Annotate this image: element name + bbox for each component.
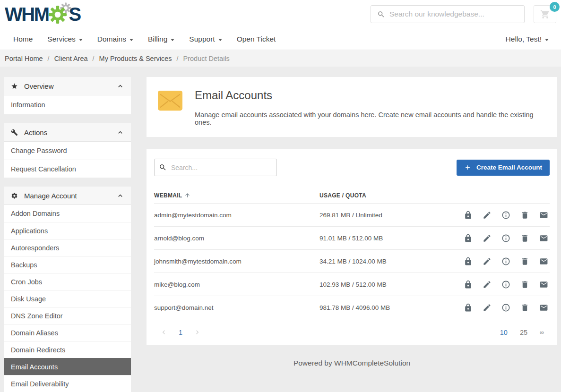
column-header-usage-quota[interactable]: USAGE / QUOTA [319,192,455,199]
panel-overview: Overview Information [4,77,131,114]
next-page-button[interactable] [193,328,201,336]
pencil-icon [483,257,492,266]
send-email-button[interactable] [539,234,548,243]
edit-button[interactable] [483,280,492,289]
sidebar-item-applications[interactable]: Applications [4,222,131,239]
wrench-icon [11,129,18,136]
sidebar-item-disk-usage[interactable]: Disk Usage [4,290,131,307]
sidebar-item-addon-domains[interactable]: Addon Domains [4,205,131,222]
delete-button[interactable] [520,257,529,266]
main-navigation: Home Services Domains Billing Support Op… [0,29,561,50]
breadcrumb-my-products[interactable]: My Products & Services [99,55,183,62]
panel-manage-account: Manage Account Addon Domains Application… [4,187,131,392]
nav-support[interactable]: Support [189,35,222,43]
webmail-cell: admin@mytestdomain.com [154,212,319,219]
envelope-icon [539,234,548,243]
page-size-10[interactable]: 10 [500,329,508,336]
gear-icon [49,6,67,24]
breadcrumb-client-area[interactable]: Client Area [54,55,99,62]
page-size-25[interactable]: 25 [520,329,527,336]
caret-down-icon [171,39,174,41]
delete-button[interactable] [520,280,529,289]
sidebar-item-dns-zone-editor[interactable]: DNS Zone Editor [4,307,131,324]
change-password-button[interactable] [464,211,473,220]
sidebar-item-request-cancellation[interactable]: Request Cancellation [4,160,131,178]
pencil-icon [483,280,492,289]
info-button[interactable] [501,303,510,312]
edit-button[interactable] [483,257,492,266]
gear-icon [11,192,18,199]
sidebar-item-domain-aliases[interactable]: Domain Aliases [4,324,131,341]
webmail-cell: mike@blog.com [154,281,319,288]
sidebar-item-email-deliverability[interactable]: Email Deliverability [4,375,131,392]
nav-domains[interactable]: Domains [97,35,133,43]
table-search-input[interactable] [154,159,277,176]
caret-down-icon [218,39,222,41]
breadcrumb: Portal Home Client Area My Products & Se… [0,50,561,67]
trash-icon [520,280,529,289]
row-actions [455,257,550,266]
sort-ascending-icon [184,192,190,198]
sidebar-item-cron-jobs[interactable]: Cron Jobs [4,273,131,290]
whmcs-logo[interactable]: WHM [5,3,80,25]
cart-icon [540,9,550,19]
usage-quota-cell: 102.93 MB / 512.00 MB [319,281,455,288]
panel-overview-header[interactable]: Overview [4,77,131,95]
sidebar-item-information[interactable]: Information [4,95,131,114]
envelope-icon [539,303,548,312]
panel-title: Overview [24,82,54,90]
table-pagination: 1 10 25 ∞ [154,319,550,345]
change-password-button[interactable] [464,303,473,312]
nav-home[interactable]: Home [13,35,33,43]
page-number[interactable]: 1 [179,329,182,336]
knowledgebase-search-input[interactable] [389,10,524,18]
nav-services[interactable]: Services [47,35,82,43]
edit-button[interactable] [483,211,492,220]
page-controls: 1 [160,328,201,336]
change-password-button[interactable] [464,280,473,289]
send-email-button[interactable] [539,280,548,289]
panel-actions-header[interactable]: Actions [4,123,131,142]
envelope-icon [539,257,548,266]
sidebar-item-email-accounts[interactable]: Email Accounts [4,358,131,375]
trash-icon [520,303,529,312]
webmail-cell: arnold@blog.com [154,235,319,242]
cart-button[interactable]: 0 [534,5,556,23]
lock-icon [464,257,473,266]
info-button[interactable] [501,234,510,243]
delete-button[interactable] [520,211,529,220]
pencil-icon [483,211,492,220]
edit-button[interactable] [483,303,492,312]
table-header-row: WEBMAIL USAGE / QUOTA [154,187,550,203]
nav-billing[interactable]: Billing [148,35,174,43]
pencil-icon [483,303,492,312]
sidebar-item-change-password[interactable]: Change Password [4,142,131,160]
delete-button[interactable] [520,303,529,312]
create-email-account-button[interactable]: Create Email Account [457,160,550,176]
send-email-button[interactable] [539,211,548,220]
info-button[interactable] [501,211,510,220]
sidebar-item-domain-redirects[interactable]: Domain Redirects [4,341,131,358]
breadcrumb-current: Product Details [183,55,230,62]
column-header-webmail[interactable]: WEBMAIL [154,192,319,199]
change-password-button[interactable] [464,234,473,243]
chevron-up-icon [117,83,124,90]
sidebar-item-backups[interactable]: Backups [4,256,131,273]
edit-button[interactable] [483,234,492,243]
panel-manage-header[interactable]: Manage Account [4,187,131,205]
delete-button[interactable] [520,234,529,243]
info-button[interactable] [501,280,510,289]
info-button[interactable] [501,257,510,266]
send-email-button[interactable] [539,257,548,266]
user-menu[interactable]: Hello, Test! [506,35,549,43]
previous-page-button[interactable] [160,328,168,336]
pencil-icon [483,234,492,243]
nav-open-ticket[interactable]: Open Ticket [237,35,276,43]
send-email-button[interactable] [539,303,548,312]
table-row: admin@mytestdomain.com 269.81 MB / Unlim… [154,203,550,226]
page-size-all[interactable]: ∞ [540,329,544,336]
change-password-button[interactable] [464,257,473,266]
email-envelope-icon [158,90,182,111]
breadcrumb-portal-home[interactable]: Portal Home [5,55,54,62]
sidebar-item-autoresponders[interactable]: Autoresponders [4,239,131,256]
